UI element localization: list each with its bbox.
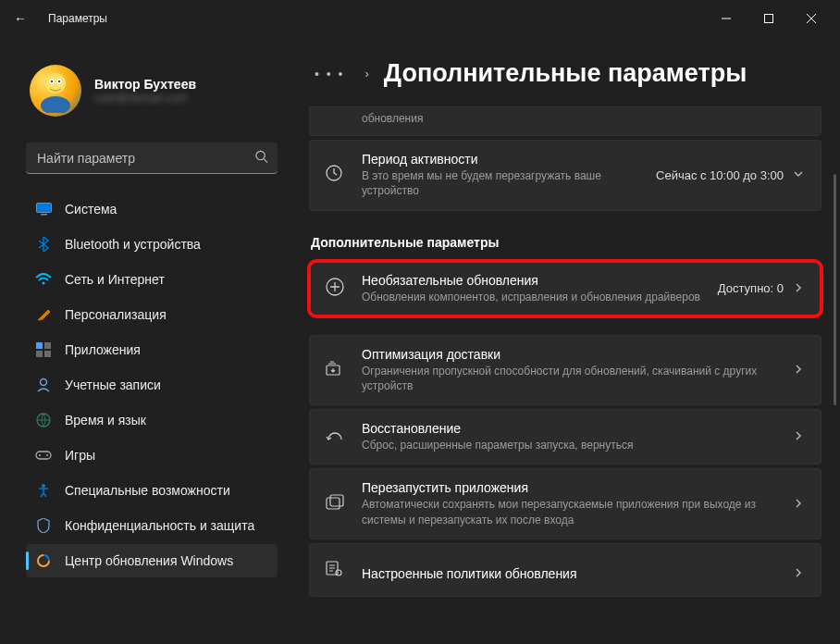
card-title: Настроенные политики обновления <box>362 566 784 581</box>
page-title: Дополнительные параметры <box>384 59 747 88</box>
search-box[interactable] <box>26 142 278 174</box>
search-input[interactable] <box>26 142 278 174</box>
sidebar: Виктор Бухтеев user@domain.com Система B… <box>0 37 287 644</box>
nav-windows-update[interactable]: Центр обновления Windows <box>26 544 278 577</box>
titlebar: ← Параметры <box>0 0 840 37</box>
breadcrumb-ellipsis[interactable]: • • • <box>309 63 350 85</box>
card-sub: В это время мы не будем перезагружать ва… <box>362 168 647 198</box>
nav-accounts[interactable]: Учетные записи <box>26 368 278 402</box>
update-icon <box>35 552 52 569</box>
nav-label: Центр обновления Windows <box>65 553 233 568</box>
svg-rect-29 <box>330 495 343 506</box>
nav-system[interactable]: Система <box>26 192 278 226</box>
svg-rect-12 <box>36 204 51 213</box>
chevron-down-icon <box>793 167 804 183</box>
nav-list: Система Bluetooth и устройства Сеть и Ин… <box>26 192 278 577</box>
card-sub: Ограничения пропускной способности для о… <box>362 364 784 393</box>
nav-label: Конфиденциальность и защита <box>65 518 254 533</box>
svg-rect-1 <box>765 15 773 23</box>
nav-apps[interactable]: Приложения <box>26 333 278 366</box>
monitor-icon <box>35 201 52 217</box>
svg-point-10 <box>256 151 265 159</box>
scrollbar-thumb[interactable] <box>834 174 836 405</box>
gamepad-icon <box>35 447 52 464</box>
minimize-button[interactable] <box>705 4 747 33</box>
back-button[interactable]: ← <box>7 6 33 31</box>
chevron-right-icon: › <box>364 67 368 80</box>
nav-label: Время и язык <box>65 413 146 427</box>
wifi-icon <box>35 271 52 288</box>
card-update-partial[interactable]: обновления <box>309 106 821 136</box>
nav-label: Приложения <box>65 342 141 357</box>
card-sub: Автоматически сохранять мои перезапускае… <box>362 497 784 526</box>
card-sub: Обновления компонентов, исправления и об… <box>362 290 709 304</box>
accessibility-icon <box>35 482 52 499</box>
svg-rect-15 <box>36 342 43 349</box>
avatar <box>30 65 81 117</box>
svg-point-8 <box>51 80 53 82</box>
card-title: Перезапустить приложения <box>362 480 784 495</box>
person-icon <box>35 377 52 393</box>
svg-rect-21 <box>36 452 51 459</box>
svg-line-11 <box>264 159 267 163</box>
profile-name: Виктор Бухтеев <box>94 77 196 92</box>
nav-label: Персонализация <box>65 307 167 322</box>
svg-point-23 <box>46 454 48 456</box>
chevron-right-icon <box>793 428 804 445</box>
nav-label: Учетные записи <box>65 378 161 392</box>
card-sub: обновления <box>362 111 795 126</box>
policy-icon <box>325 560 343 580</box>
card-sub: Сброс, расширенные параметры запуска, ве… <box>362 438 784 452</box>
card-activity-period[interactable]: Период активности В это время мы не буде… <box>309 140 821 210</box>
svg-rect-28 <box>327 498 340 509</box>
restart-apps-icon <box>325 494 345 514</box>
shield-icon <box>35 517 52 534</box>
svg-rect-18 <box>44 351 51 357</box>
recovery-icon <box>325 427 345 447</box>
section-header: Дополнительные параметры <box>311 235 821 250</box>
svg-point-24 <box>42 484 45 488</box>
svg-point-14 <box>43 282 45 285</box>
card-restart-apps[interactable]: Перезапустить приложения Автоматически с… <box>309 468 821 539</box>
nav-label: Система <box>65 202 117 217</box>
nav-label: Игры <box>65 448 95 463</box>
nav-privacy[interactable]: Конфиденциальность и защита <box>26 509 278 542</box>
nav-label: Сеть и Интернет <box>65 272 165 287</box>
svg-point-5 <box>41 96 70 113</box>
plus-circle-icon <box>325 277 345 301</box>
card-optional-updates[interactable]: Необязательные обновления Обновления ком… <box>309 261 821 316</box>
svg-rect-16 <box>44 342 51 349</box>
chevron-right-icon <box>793 565 804 582</box>
nav-time-language[interactable]: Время и язык <box>26 403 278 437</box>
svg-point-31 <box>336 570 341 576</box>
main-panel: • • • › Дополнительные параметры обновле… <box>287 37 840 644</box>
delivery-icon <box>325 360 345 380</box>
nav-bluetooth[interactable]: Bluetooth и устройства <box>26 228 278 261</box>
card-delivery-optimization[interactable]: Оптимизация доставки Ограничения пропуск… <box>309 335 821 405</box>
card-title: Период активности <box>362 152 647 167</box>
nav-network[interactable]: Сеть и Интернет <box>26 263 278 296</box>
card-value: Сейчас с 10:00 до 3:00 <box>656 168 784 182</box>
svg-point-9 <box>58 80 60 82</box>
chevron-right-icon <box>793 496 804 513</box>
chevron-right-icon <box>793 280 804 297</box>
brush-icon <box>35 306 52 323</box>
svg-point-22 <box>39 454 41 456</box>
svg-rect-17 <box>36 351 43 357</box>
bluetooth-icon <box>35 236 52 253</box>
breadcrumb: • • • › Дополнительные параметры <box>309 59 821 88</box>
close-button[interactable] <box>790 4 833 33</box>
maximize-button[interactable] <box>747 4 790 33</box>
card-recovery[interactable]: Восстановление Сброс, расширенные параме… <box>309 409 821 464</box>
clock-icon <box>325 164 343 186</box>
globe-icon <box>35 412 52 428</box>
nav-accessibility[interactable]: Специальные возможности <box>26 474 278 507</box>
app-title: Параметры <box>48 12 107 25</box>
search-icon <box>254 150 268 167</box>
apps-icon <box>35 341 52 358</box>
nav-personalization[interactable]: Персонализация <box>26 298 278 331</box>
card-update-policies[interactable]: Настроенные политики обновления <box>309 543 821 597</box>
nav-label: Специальные возможности <box>65 483 230 498</box>
profile-block[interactable]: Виктор Бухтеев user@domain.com <box>26 37 278 133</box>
nav-gaming[interactable]: Игры <box>26 439 278 472</box>
